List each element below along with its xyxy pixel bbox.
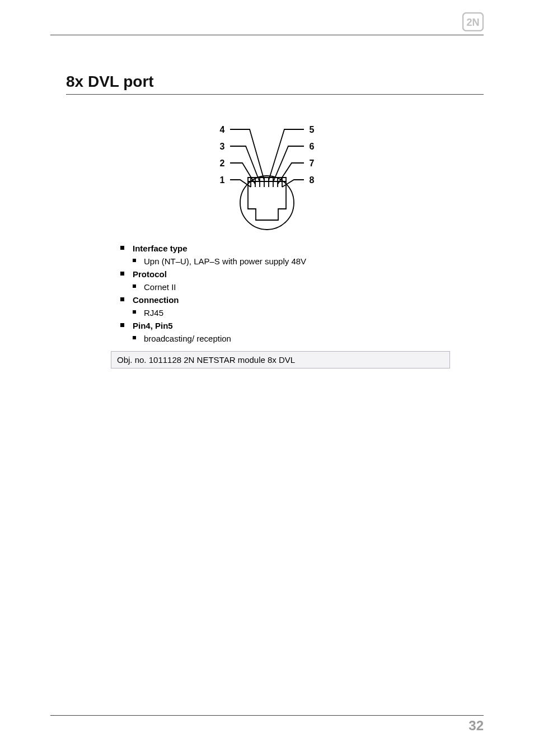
header-rule bbox=[50, 35, 484, 35]
footer-rule bbox=[50, 715, 484, 716]
rj45-pinout-diagram: 1 2 3 4 8 7 6 5 bbox=[50, 110, 484, 234]
spec-label: Interface type bbox=[133, 244, 188, 253]
spec-list: Interface type Upn (NT–U), LAP–S with po… bbox=[120, 242, 484, 344]
pin-label-2: 2 bbox=[220, 158, 225, 168]
pin-label-6: 6 bbox=[310, 142, 315, 151]
spec-item: Connection RJ45 bbox=[120, 294, 484, 319]
pin-label-3: 3 bbox=[220, 142, 225, 151]
pin-label-4: 4 bbox=[220, 125, 225, 134]
pin-label-1: 1 bbox=[220, 175, 225, 185]
pin-label-8: 8 bbox=[310, 175, 315, 185]
spec-item: Interface type Upn (NT–U), LAP–S with po… bbox=[120, 242, 484, 267]
spec-label: Connection bbox=[133, 295, 179, 305]
spec-item: Protocol Cornet II bbox=[120, 268, 484, 293]
spec-value: Upn (NT–U), LAP–S with power supply 48V bbox=[133, 255, 484, 267]
page-number: 32 bbox=[50, 718, 484, 734]
page-title: 8x DVL port bbox=[66, 73, 484, 95]
object-number-box: Obj. no. 1011128 2N NETSTAR module 8x DV… bbox=[111, 351, 450, 368]
spec-value: Cornet II bbox=[133, 281, 484, 293]
page-footer: 32 bbox=[50, 715, 484, 734]
spec-value: RJ45 bbox=[133, 307, 484, 319]
spec-item: Pin4, Pin5 broadcasting/ reception bbox=[120, 320, 484, 344]
spec-value: broadcasting/ reception bbox=[133, 333, 484, 344]
pin-label-7: 7 bbox=[310, 158, 315, 168]
spec-label: Protocol bbox=[133, 269, 167, 279]
spec-label: Pin4, Pin5 bbox=[133, 321, 173, 330]
svg-text:2N: 2N bbox=[466, 17, 479, 28]
brand-logo-2n: 2N bbox=[462, 12, 484, 31]
pin-label-5: 5 bbox=[310, 125, 315, 134]
